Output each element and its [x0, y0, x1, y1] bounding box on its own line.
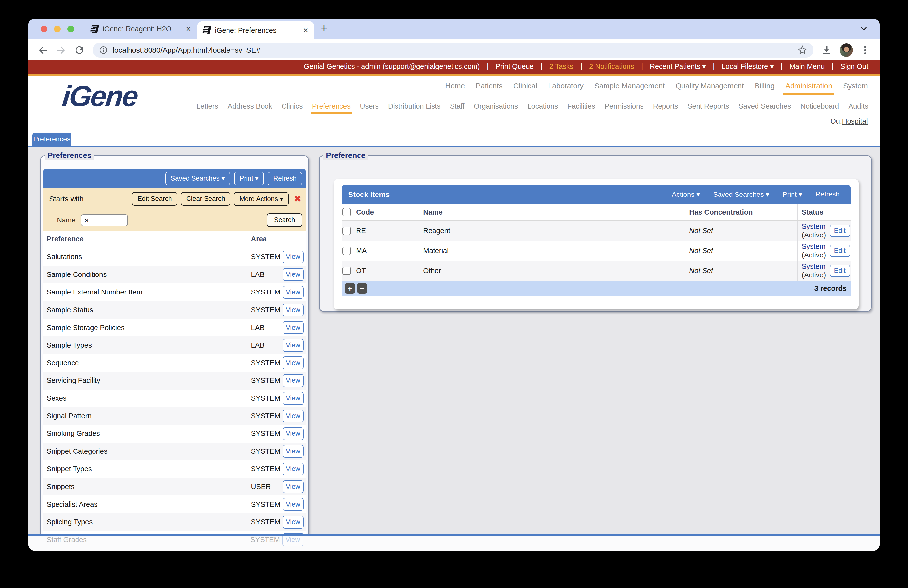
- view-button[interactable]: View: [283, 427, 304, 440]
- view-button[interactable]: View: [283, 409, 304, 422]
- nav-saved-searches[interactable]: Saved Searches: [739, 102, 791, 110]
- download-icon[interactable]: [821, 44, 832, 56]
- more-actions-button[interactable]: More Actions ▾: [234, 192, 288, 206]
- edit-button[interactable]: Edit: [830, 245, 850, 257]
- view-button[interactable]: View: [283, 286, 304, 299]
- saved-searches-menu[interactable]: Saved Searches ▾: [713, 190, 769, 198]
- clear-search-button[interactable]: Clear Search: [181, 192, 231, 206]
- reload-icon[interactable]: [74, 44, 85, 56]
- view-button[interactable]: View: [283, 445, 304, 458]
- status-link[interactable]: System: [802, 262, 826, 271]
- nav-billing[interactable]: Billing: [755, 82, 774, 90]
- select-all-checkbox[interactable]: [343, 208, 351, 216]
- remove-row-button[interactable]: −: [357, 283, 367, 293]
- nav-patients[interactable]: Patients: [476, 82, 502, 90]
- view-button[interactable]: View: [283, 533, 304, 534]
- minimize-window-button[interactable]: [54, 26, 61, 32]
- tab-search-chevron-icon[interactable]: [860, 24, 868, 33]
- tab-reagent[interactable]: iGene: Reagent: H2O ✕: [85, 19, 197, 40]
- nav-administration[interactable]: Administration: [786, 82, 832, 90]
- row-checkbox[interactable]: [343, 246, 351, 255]
- nav-letters[interactable]: Letters: [196, 102, 218, 110]
- nav-clinical[interactable]: Clinical: [514, 82, 538, 90]
- view-button[interactable]: View: [283, 304, 304, 316]
- view-button[interactable]: View: [283, 498, 304, 511]
- tab-close-icon[interactable]: ✕: [185, 25, 191, 33]
- main-menu-link[interactable]: Main Menu: [789, 63, 824, 71]
- nav-clinics[interactable]: Clinics: [282, 102, 303, 110]
- nav-system[interactable]: System: [843, 82, 868, 90]
- back-icon[interactable]: [37, 44, 48, 56]
- igene-logo: iGene: [61, 79, 139, 113]
- status-link[interactable]: System: [802, 222, 826, 231]
- nav-home[interactable]: Home: [445, 82, 465, 90]
- view-button[interactable]: View: [283, 268, 304, 281]
- view-button[interactable]: View: [283, 356, 304, 369]
- tasks-link[interactable]: 2 Tasks: [549, 63, 573, 71]
- nav-quality-management[interactable]: Quality Management: [676, 82, 744, 90]
- refresh-link[interactable]: Refresh: [815, 190, 840, 198]
- view-button[interactable]: View: [283, 516, 304, 528]
- add-row-button[interactable]: +: [345, 283, 355, 293]
- column-header-status: Status: [797, 204, 829, 220]
- view-button[interactable]: View: [283, 251, 304, 263]
- nav-noticeboard[interactable]: Noticeboard: [800, 102, 839, 110]
- view-button[interactable]: View: [283, 339, 304, 352]
- nav-audits[interactable]: Audits: [848, 102, 868, 110]
- forward-icon[interactable]: [56, 44, 67, 56]
- view-button[interactable]: View: [283, 462, 304, 475]
- url-bar[interactable]: localhost:8080/App/App.html?locale=sv_SE…: [93, 43, 813, 58]
- nav-preferences[interactable]: Preferences: [312, 102, 351, 110]
- nav-locations[interactable]: Locations: [527, 102, 558, 110]
- nav-address-book[interactable]: Address Book: [228, 102, 272, 110]
- edit-button[interactable]: Edit: [830, 225, 850, 237]
- nav-staff[interactable]: Staff: [450, 102, 464, 110]
- primary-nav: Home Patients Clinical Laboratory Sample…: [445, 82, 868, 90]
- nav-sent-reports[interactable]: Sent Reports: [687, 102, 729, 110]
- close-window-button[interactable]: [41, 26, 47, 32]
- ou-hospital-link[interactable]: Hospital: [842, 117, 868, 125]
- refresh-button[interactable]: Refresh: [268, 172, 302, 185]
- recent-patients-menu[interactable]: Recent Patients ▾: [650, 62, 706, 71]
- print-button[interactable]: Print ▾: [234, 172, 264, 185]
- profile-avatar[interactable]: [840, 43, 853, 57]
- saved-searches-button[interactable]: Saved Searches ▾: [165, 172, 230, 185]
- nav-laboratory[interactable]: Laboratory: [548, 82, 583, 90]
- print-queue-link[interactable]: Print Queue: [496, 63, 534, 71]
- close-search-icon[interactable]: ✖: [294, 194, 301, 204]
- nav-organisations[interactable]: Organisations: [474, 102, 518, 110]
- page-tab-preferences[interactable]: Preferences: [32, 132, 71, 146]
- nav-users[interactable]: Users: [360, 102, 379, 110]
- nav-distribution-lists[interactable]: Distribution Lists: [388, 102, 441, 110]
- view-button[interactable]: View: [283, 480, 304, 493]
- name-input[interactable]: [81, 214, 128, 226]
- print-menu[interactable]: Print ▾: [782, 190, 802, 198]
- url-text[interactable]: localhost:8080/App/App.html?locale=sv_SE…: [113, 46, 798, 54]
- nav-permissions[interactable]: Permissions: [605, 102, 644, 110]
- view-button[interactable]: View: [283, 374, 304, 387]
- site-info-icon[interactable]: [99, 46, 108, 55]
- bottom-divider: [28, 534, 880, 536]
- search-button[interactable]: Search: [267, 213, 302, 227]
- bookmark-star-icon[interactable]: [798, 45, 807, 55]
- view-button[interactable]: View: [283, 321, 304, 334]
- browser-menu-icon[interactable]: [860, 44, 871, 56]
- row-checkbox[interactable]: [343, 227, 351, 235]
- tab-preferences[interactable]: iGene: Preferences ✕: [197, 21, 314, 40]
- sign-out-link[interactable]: Sign Out: [840, 63, 868, 71]
- status-link[interactable]: System: [802, 242, 826, 251]
- tab-close-icon[interactable]: ✕: [303, 26, 308, 34]
- edit-search-button[interactable]: Edit Search: [132, 192, 177, 206]
- nav-sample-management[interactable]: Sample Management: [594, 82, 665, 90]
- nav-reports[interactable]: Reports: [653, 102, 678, 110]
- zoom-window-button[interactable]: [68, 26, 74, 32]
- table-row: Servicing FacilitySYSTEMView: [43, 372, 306, 390]
- actions-menu[interactable]: Actions ▾: [672, 190, 700, 198]
- new-tab-button[interactable]: +: [321, 21, 327, 35]
- local-filestore-menu[interactable]: Local Filestore ▾: [721, 62, 774, 71]
- nav-facilities[interactable]: Facilities: [568, 102, 596, 110]
- notifications-link[interactable]: 2 Notifications: [589, 63, 634, 71]
- row-checkbox[interactable]: [343, 267, 351, 275]
- view-button[interactable]: View: [283, 392, 304, 405]
- edit-button[interactable]: Edit: [830, 265, 850, 277]
